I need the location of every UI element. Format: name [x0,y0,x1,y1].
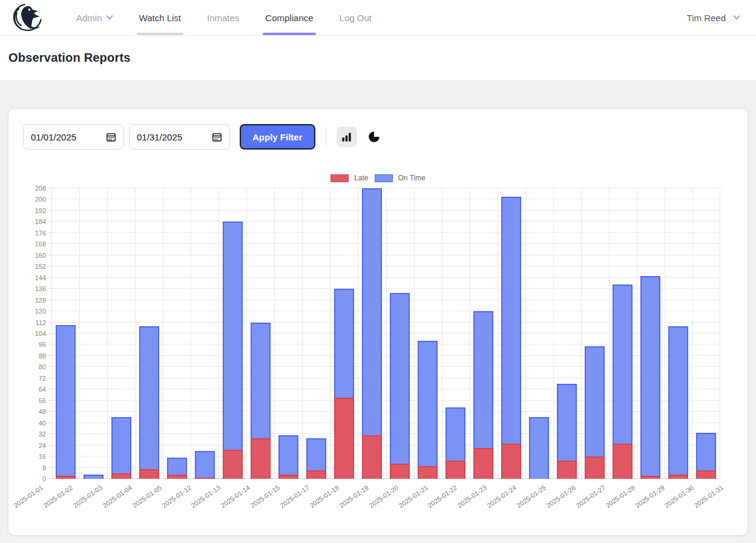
bar-2025-01-26[interactable] [557,384,577,479]
x-tick-label: 2025-01-01 [12,484,44,509]
apply-filter-button[interactable]: Apply Filter [240,124,315,150]
gridline-vertical [163,188,163,479]
bar-segment-late [334,398,354,479]
x-tick-label: 2025-01-27 [574,484,606,509]
nav-item-watch-list[interactable]: Watch List [138,0,182,35]
gridline-vertical [692,188,693,479]
gridline-vertical [135,188,136,479]
legend-label: Late [354,174,368,182]
bar-2025-01-23[interactable] [473,311,493,479]
top-navbar: Admin Watch List Inmates Compliance Log … [0,0,756,36]
bar-2025-01-24[interactable] [501,197,521,479]
end-date-input[interactable] [137,132,208,142]
bar-2025-01-12[interactable] [195,451,215,479]
x-tick-label: 2025-01-19 [338,484,370,509]
bar-2025-01-28[interactable] [613,285,633,479]
y-tick-label: 192 [35,207,46,214]
chevron-down-icon [733,15,740,20]
nav-item-compliance[interactable]: Compliance [264,0,314,35]
bar-segment-late [557,461,577,479]
bar-2025-01-01[interactable] [56,325,76,479]
x-tick-label: 2025-01-17 [278,484,311,509]
bar-segment-late [139,469,159,479]
bar-2025-01-30[interactable] [668,326,688,479]
x-tick-label: 2025-01-20 [367,484,399,509]
bar-2025-01-31[interactable] [696,433,716,479]
x-axis-labels: 2025-01-012025-01-022025-01-032025-01-04… [23,479,733,519]
legend-label: On Time [398,174,426,182]
bar-2025-01-14[interactable] [251,323,271,479]
start-date-field[interactable] [23,124,124,150]
y-tick-label: 72 [39,375,46,382]
bar-segment-on-time [278,435,298,475]
bar-2025-01-29[interactable] [640,276,660,479]
bar-segment-late [585,456,605,479]
bar-2025-01-27[interactable] [585,346,605,479]
bar-2025-01-02[interactable] [84,475,104,479]
y-tick-label: 48 [39,408,46,415]
bar-2025-01-18[interactable] [334,289,354,479]
nav-item-log-out[interactable]: Log Out [338,0,373,35]
bar-segment-late [362,435,382,479]
bar-2025-01-22[interactable] [445,407,465,479]
gridline-vertical [414,188,415,479]
calendar-icon[interactable] [106,132,116,142]
gridline-vertical [525,188,526,479]
bar-2025-01-13[interactable] [223,222,243,479]
x-tick-label: 2025-01-28 [604,484,636,509]
bar-segment-late [668,475,688,479]
gridline-vertical [637,188,637,479]
legend-item-late[interactable]: Late [330,174,368,182]
bar-2025-01-20[interactable] [390,293,410,479]
nav-item-admin[interactable]: Admin [75,0,114,35]
end-date-field[interactable] [129,124,230,150]
x-tick-label: 2025-01-03 [71,484,104,509]
start-date-input[interactable] [31,132,102,142]
raven-logo[interactable] [10,1,53,34]
bar-2025-01-05[interactable] [167,458,187,479]
nav-item-label: Inmates [207,13,239,23]
bar-segment-on-time [418,341,438,467]
calendar-icon[interactable] [212,132,222,142]
x-tick-label: 2025-01-23 [456,484,488,509]
x-tick-label: 2025-01-12 [160,484,192,509]
bar-segment-on-time [445,407,465,461]
bar-2025-01-03[interactable] [111,417,131,479]
page-content: Apply Filter LateOn Time 0 [0,80,756,543]
y-tick-label: 200 [35,196,46,203]
x-tick-label: 2025-01-30 [663,484,695,509]
gridline-vertical [442,188,442,479]
gridline-vertical [720,188,720,479]
bar-2025-01-25[interactable] [529,417,549,479]
x-tick-label: 2025-01-15 [249,484,281,509]
bar-2025-01-21[interactable] [418,341,438,479]
nav-item-inmates[interactable]: Inmates [206,0,240,35]
x-tick-label: 2025-01-14 [219,484,251,509]
y-tick-label: 208 [35,185,46,192]
nav-item-label: Admin [76,13,102,23]
bar-2025-01-04[interactable] [139,326,159,479]
bar-2025-01-15[interactable] [278,435,298,479]
gridline-vertical [498,188,498,479]
pie-chart-icon[interactable] [364,127,384,147]
bar-2025-01-17[interactable] [306,438,326,479]
bar-segment-on-time [362,188,382,435]
gridline-vertical [107,188,108,479]
bar-segment-on-time [56,325,76,476]
bar-chart-icon[interactable] [337,127,357,147]
legend-item-on-time[interactable]: On Time [375,174,426,182]
user-menu[interactable]: Tim Reed [687,13,740,23]
page-title-bar: Observation Reports [0,36,756,80]
filter-row: Apply Filter [23,124,733,150]
bar-segment-on-time [585,346,605,456]
user-name: Tim Reed [687,13,726,23]
x-tick-label: 2025-01-26 [545,484,577,509]
y-tick-label: 184 [35,218,46,225]
gridline-vertical [665,188,665,479]
y-tick-label: 96 [39,341,46,348]
y-tick-label: 152 [35,263,46,270]
bar-2025-01-19[interactable] [362,188,382,479]
report-card: Apply Filter LateOn Time 0 [8,109,748,535]
bar-segment-late [613,444,633,479]
y-tick-label: 136 [35,285,46,292]
